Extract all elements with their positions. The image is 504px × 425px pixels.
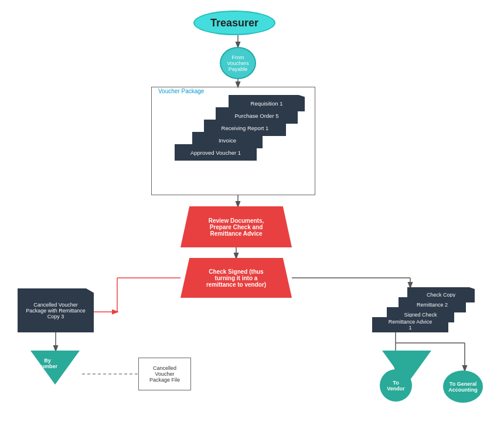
to-ga-oval: To General Accounting: [443, 370, 483, 403]
to-vendor-oval: To Vendor: [380, 369, 412, 402]
treasurer-label: Treasurer: [210, 17, 258, 29]
process-review: Review Documents, Prepare Check and Remi…: [181, 206, 292, 247]
from-vp-label: From Vouchers Payable: [227, 55, 249, 72]
cancelled-file-box: Cancelled Voucher Package File: [138, 358, 191, 390]
by-number-triangle: [30, 351, 80, 385]
cancelled-voucher-box: Cancelled Voucher Package with Remittanc…: [18, 288, 94, 332]
rdoc-remittance-advice: Remittance Advice 1: [372, 317, 448, 332]
voucher-package-label: Voucher Package: [158, 88, 204, 94]
canvas: Treasurer From Vouchers Payable Voucher …: [0, 0, 504, 425]
from-vp-oval: From Vouchers Payable: [220, 47, 256, 79]
doc-approved-voucher: Approved Voucher 1: [175, 144, 257, 161]
treasurer-oval: Treasurer: [193, 11, 275, 35]
process-check-signed: Check Signed (thus turning it into a rem…: [181, 258, 292, 298]
